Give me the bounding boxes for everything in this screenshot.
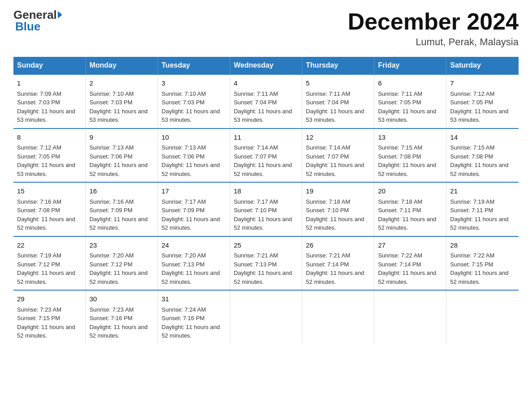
- header-thursday: Thursday: [302, 57, 374, 74]
- day-number: 27: [378, 240, 442, 251]
- day-number: 9: [90, 133, 154, 143]
- logo-blue-part: [57, 11, 62, 18]
- logo-arrow-icon: [58, 11, 62, 18]
- calendar-cell: 13 Sunrise: 7:15 AMSunset: 7:08 PMDaylig…: [374, 128, 446, 183]
- day-number: 21: [450, 186, 515, 197]
- calendar-table: SundayMondayTuesdayWednesdayThursdayFrid…: [13, 57, 519, 344]
- day-info: Sunrise: 7:15 AMSunset: 7:08 PMDaylight:…: [378, 144, 436, 177]
- day-info: Sunrise: 7:12 AMSunset: 7:05 PMDaylight:…: [17, 144, 75, 177]
- calendar-week-row: 15 Sunrise: 7:16 AMSunset: 7:08 PMDaylig…: [13, 182, 519, 236]
- calendar-cell: 1 Sunrise: 7:09 AMSunset: 7:03 PMDayligh…: [13, 74, 86, 128]
- day-info: Sunrise: 7:17 AMSunset: 7:10 PMDaylight:…: [234, 198, 292, 231]
- day-number: 28: [450, 240, 515, 251]
- day-number: 24: [162, 240, 226, 251]
- logo-general-text: General: [13, 9, 57, 21]
- day-info: Sunrise: 7:09 AMSunset: 7:03 PMDaylight:…: [17, 90, 75, 124]
- title-block: December 2024 Lumut, Perak, Malaysia: [348, 9, 519, 48]
- day-number: 18: [234, 186, 298, 197]
- day-number: 16: [90, 186, 154, 197]
- day-info: Sunrise: 7:23 AMSunset: 7:16 PMDaylight:…: [90, 306, 148, 339]
- day-info: Sunrise: 7:21 AMSunset: 7:13 PMDaylight:…: [234, 252, 292, 285]
- calendar-cell: [446, 290, 519, 344]
- day-info: Sunrise: 7:14 AMSunset: 7:07 PMDaylight:…: [234, 144, 292, 177]
- day-info: Sunrise: 7:16 AMSunset: 7:09 PMDaylight:…: [90, 198, 148, 231]
- day-info: Sunrise: 7:17 AMSunset: 7:09 PMDaylight:…: [162, 198, 220, 231]
- calendar-cell: [230, 290, 302, 344]
- calendar-cell: 18 Sunrise: 7:17 AMSunset: 7:10 PMDaylig…: [230, 182, 302, 236]
- calendar-cell: 22 Sunrise: 7:19 AMSunset: 7:12 PMDaylig…: [13, 236, 86, 291]
- day-info: Sunrise: 7:19 AMSunset: 7:12 PMDaylight:…: [17, 252, 75, 285]
- day-info: Sunrise: 7:14 AMSunset: 7:07 PMDaylight:…: [306, 144, 364, 177]
- day-info: Sunrise: 7:10 AMSunset: 7:03 PMDaylight:…: [90, 90, 148, 124]
- day-info: Sunrise: 7:11 AMSunset: 7:04 PMDaylight:…: [234, 90, 292, 124]
- day-info: Sunrise: 7:22 AMSunset: 7:14 PMDaylight:…: [378, 252, 436, 285]
- header-friday: Friday: [374, 57, 446, 74]
- day-number: 12: [306, 133, 370, 143]
- calendar-cell: 15 Sunrise: 7:16 AMSunset: 7:08 PMDaylig…: [13, 182, 86, 236]
- page-header: General Blue December 2024 Lumut, Perak,…: [13, 9, 519, 48]
- day-number: 22: [17, 240, 82, 251]
- calendar-cell: 24 Sunrise: 7:20 AMSunset: 7:13 PMDaylig…: [158, 236, 230, 291]
- day-number: 10: [162, 133, 226, 143]
- calendar-cell: 25 Sunrise: 7:21 AMSunset: 7:13 PMDaylig…: [230, 236, 302, 291]
- calendar-cell: 21 Sunrise: 7:19 AMSunset: 7:11 PMDaylig…: [446, 182, 519, 236]
- calendar-cell: 27 Sunrise: 7:22 AMSunset: 7:14 PMDaylig…: [374, 236, 446, 291]
- day-number: 8: [17, 133, 82, 143]
- day-info: Sunrise: 7:22 AMSunset: 7:15 PMDaylight:…: [450, 252, 508, 285]
- day-info: Sunrise: 7:23 AMSunset: 7:15 PMDaylight:…: [17, 306, 75, 339]
- day-number: 5: [306, 78, 370, 89]
- day-info: Sunrise: 7:15 AMSunset: 7:08 PMDaylight:…: [450, 144, 508, 177]
- header-wednesday: Wednesday: [230, 57, 302, 74]
- calendar-cell: 2 Sunrise: 7:10 AMSunset: 7:03 PMDayligh…: [86, 74, 158, 128]
- day-number: 14: [450, 133, 515, 143]
- day-number: 19: [306, 186, 370, 197]
- day-number: 20: [378, 186, 442, 197]
- day-info: Sunrise: 7:20 AMSunset: 7:12 PMDaylight:…: [90, 252, 148, 285]
- calendar-cell: 12 Sunrise: 7:14 AMSunset: 7:07 PMDaylig…: [302, 128, 374, 183]
- day-number: 4: [234, 78, 298, 89]
- day-number: 25: [234, 240, 298, 251]
- day-number: 26: [306, 240, 370, 251]
- day-number: 11: [234, 133, 298, 143]
- calendar-cell: 14 Sunrise: 7:15 AMSunset: 7:08 PMDaylig…: [446, 128, 519, 183]
- calendar-cell: 16 Sunrise: 7:16 AMSunset: 7:09 PMDaylig…: [86, 182, 158, 236]
- day-info: Sunrise: 7:12 AMSunset: 7:05 PMDaylight:…: [450, 90, 508, 124]
- calendar-cell: 6 Sunrise: 7:11 AMSunset: 7:05 PMDayligh…: [374, 74, 446, 128]
- day-number: 30: [90, 294, 154, 304]
- calendar-cell: 4 Sunrise: 7:11 AMSunset: 7:04 PMDayligh…: [230, 74, 302, 128]
- day-number: 1: [17, 78, 82, 89]
- calendar-cell: 19 Sunrise: 7:18 AMSunset: 7:10 PMDaylig…: [302, 182, 374, 236]
- day-number: 29: [17, 294, 82, 304]
- day-info: Sunrise: 7:21 AMSunset: 7:14 PMDaylight:…: [306, 252, 364, 285]
- day-info: Sunrise: 7:24 AMSunset: 7:16 PMDaylight:…: [162, 306, 220, 339]
- day-info: Sunrise: 7:11 AMSunset: 7:04 PMDaylight:…: [306, 90, 364, 124]
- day-info: Sunrise: 7:16 AMSunset: 7:08 PMDaylight:…: [17, 198, 75, 231]
- day-info: Sunrise: 7:13 AMSunset: 7:06 PMDaylight:…: [90, 144, 148, 177]
- logo-blue-text: Blue: [15, 20, 40, 34]
- header-monday: Monday: [86, 57, 158, 74]
- calendar-cell: [302, 290, 374, 344]
- day-info: Sunrise: 7:18 AMSunset: 7:10 PMDaylight:…: [306, 198, 364, 231]
- calendar-cell: 11 Sunrise: 7:14 AMSunset: 7:07 PMDaylig…: [230, 128, 302, 183]
- day-info: Sunrise: 7:13 AMSunset: 7:06 PMDaylight:…: [162, 144, 220, 177]
- day-info: Sunrise: 7:10 AMSunset: 7:03 PMDaylight:…: [162, 90, 220, 124]
- day-number: 31: [162, 294, 226, 304]
- day-number: 23: [90, 240, 154, 251]
- calendar-cell: [374, 290, 446, 344]
- day-info: Sunrise: 7:20 AMSunset: 7:13 PMDaylight:…: [162, 252, 220, 285]
- calendar-cell: 20 Sunrise: 7:18 AMSunset: 7:11 PMDaylig…: [374, 182, 446, 236]
- calendar-cell: 9 Sunrise: 7:13 AMSunset: 7:06 PMDayligh…: [86, 128, 158, 183]
- day-number: 3: [162, 78, 226, 89]
- sub-title: Lumut, Perak, Malaysia: [348, 36, 519, 48]
- day-number: 17: [162, 186, 226, 197]
- day-number: 15: [17, 186, 82, 197]
- day-info: Sunrise: 7:19 AMSunset: 7:11 PMDaylight:…: [450, 198, 508, 231]
- calendar-week-row: 22 Sunrise: 7:19 AMSunset: 7:12 PMDaylig…: [13, 236, 519, 291]
- calendar-cell: 7 Sunrise: 7:12 AMSunset: 7:05 PMDayligh…: [446, 74, 519, 128]
- header-sunday: Sunday: [13, 57, 86, 74]
- calendar-cell: 29 Sunrise: 7:23 AMSunset: 7:15 PMDaylig…: [13, 290, 86, 344]
- day-number: 13: [378, 133, 442, 143]
- header-saturday: Saturday: [446, 57, 519, 74]
- calendar-cell: 23 Sunrise: 7:20 AMSunset: 7:12 PMDaylig…: [86, 236, 158, 291]
- day-number: 7: [450, 78, 515, 89]
